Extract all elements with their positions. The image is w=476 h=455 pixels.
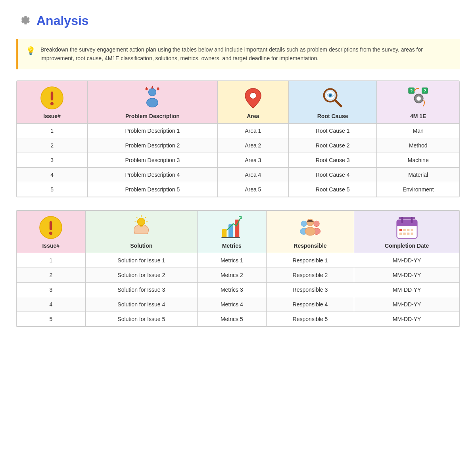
svg-rect-8 [158,87,159,90]
table-row: 2 Solution for Issue 2 Metrics 2 Respons… [17,268,460,282]
area-val: Area 5 [217,182,288,197]
col-rootcause-header: Root Cause [288,81,377,123]
svg-rect-55 [407,233,409,235]
svg-rect-1 [51,92,53,100]
table-row: 4 Solution for Issue 4 Metrics 4 Respons… [17,297,460,312]
solution-val: Solution for Issue 3 [85,282,197,297]
svg-point-26 [49,231,52,235]
svg-rect-49 [399,229,401,231]
svg-text:?: ? [424,88,426,93]
completion-val: MM-DD-YY [354,268,460,282]
issue-num: 1 [17,123,88,138]
svg-line-17 [335,100,341,106]
svg-point-16 [329,94,331,96]
4m1e-val: Machine [377,153,460,167]
metrics-val: Metrics 3 [198,282,267,297]
responsible-val: Responsible 1 [266,253,354,268]
col2-responsible-header: Responsible [266,210,354,253]
table-row: 1 Solution for Issue 1 Metrics 1 Respons… [17,253,460,268]
rootcause-val: Root Cause 4 [288,167,377,182]
svg-rect-6 [146,87,147,90]
4m1e-val: Environment [377,182,460,197]
issue-num: 5 [17,182,88,197]
rootcause-val: Root Cause 2 [288,138,377,153]
area-val: Area 2 [217,138,288,153]
svg-line-31 [136,217,137,218]
svg-point-40 [314,221,319,226]
table2: Issue# [16,210,460,327]
col-issue-header: Issue# [17,81,88,123]
svg-rect-56 [411,233,413,235]
problem-desc: Problem Description 4 [88,167,218,182]
svg-line-30 [145,217,146,218]
svg-point-11 [250,92,256,99]
col-area-header: Area [217,81,288,123]
info-box-text: Breakdown the survey engagement action p… [40,45,452,63]
info-box: 💡 Breakdown the survey engagement action… [16,39,460,69]
metrics-val: Metrics 2 [198,268,267,282]
col2-solution-header: Solution [85,210,197,253]
metrics-val: Metrics 1 [198,253,267,268]
svg-point-2 [50,102,54,105]
metrics-val: Metrics 5 [198,312,267,326]
completion-val: MM-DD-YY [354,253,460,268]
svg-point-4 [147,98,158,107]
gear-icon [16,12,32,29]
completion-val: MM-DD-YY [354,312,460,326]
table-row: 5 Solution for Issue 5 Metrics 5 Respons… [17,312,460,326]
svg-rect-51 [407,229,409,231]
svg-rect-28 [140,225,143,226]
svg-rect-47 [401,217,403,223]
problem-desc: Problem Description 1 [88,123,218,138]
solution-val: Solution for Issue 1 [85,253,197,268]
responsible-val: Responsible 3 [266,282,354,297]
page-title: Analysis [36,13,89,28]
area-val: Area 3 [217,153,288,167]
4m1e-val: Material [377,167,460,182]
col2-completion-header: Completion Date [354,210,460,253]
svg-rect-53 [399,233,401,235]
col2-metrics-header: Metrics [198,210,267,253]
svg-rect-10 [152,86,153,88]
issue-num: 5 [17,312,86,326]
svg-point-19 [416,96,421,101]
page-header: Analysis [16,12,460,29]
table-row: 1 Problem Description 1 Area 1 Root Caus… [17,123,460,138]
rootcause-val: Root Cause 3 [288,153,377,167]
issue-num: 2 [17,138,88,153]
table-row: 5 Problem Description 5 Area 5 Root Caus… [17,182,460,197]
lightbulb-icon: 💡 [26,46,36,63]
issue-num: 1 [17,253,86,268]
svg-rect-50 [403,229,405,231]
problem-desc: Problem Description 3 [88,153,218,167]
responsible-val: Responsible 4 [266,297,354,312]
table-row: 3 Problem Description 3 Area 3 Root Caus… [17,153,460,167]
issue-num: 4 [17,167,88,182]
problem-desc: Problem Description 5 [88,182,218,197]
svg-rect-52 [411,229,413,231]
issue-num: 3 [17,282,86,297]
issue-num: 4 [17,297,86,312]
svg-rect-54 [403,233,405,235]
svg-point-43 [305,227,315,235]
solution-val: Solution for Issue 2 [85,268,197,282]
responsible-val: Responsible 5 [266,312,354,326]
table-row: 3 Solution for Issue 3 Metrics 3 Respons… [17,282,460,297]
table2-wrapper: Issue# [16,210,460,327]
responsible-val: Responsible 2 [266,268,354,282]
issue-num: 2 [17,268,86,282]
area-val: Area 1 [217,123,288,138]
solution-val: Solution for Issue 5 [85,312,197,326]
svg-point-27 [138,218,145,226]
completion-val: MM-DD-YY [354,282,460,297]
table1: Issue# Problem Description [16,81,460,197]
issue-num: 3 [17,153,88,167]
table-row: 2 Problem Description 2 Area 2 Root Caus… [17,138,460,153]
table1-wrapper: Issue# Problem Description [16,80,460,197]
col-4m1e-header: ? ? 4M 1E [377,81,460,123]
svg-point-38 [301,221,307,226]
solution-val: Solution for Issue 4 [85,297,197,312]
completion-val: MM-DD-YY [354,297,460,312]
svg-text:?: ? [410,88,413,93]
4m1e-val: Man [377,123,460,138]
